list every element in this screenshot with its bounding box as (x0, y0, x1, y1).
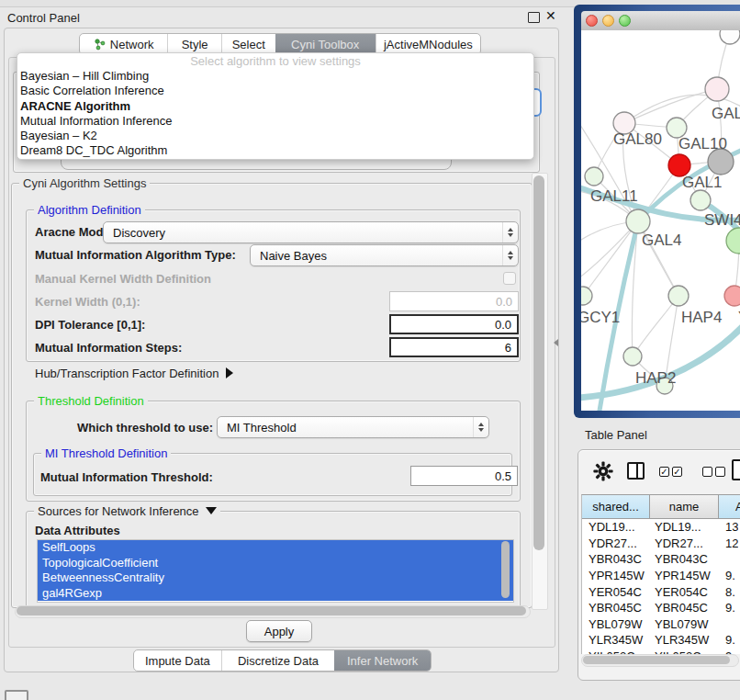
collapse-down-icon (206, 507, 217, 514)
tab-style[interactable]: Style (167, 34, 221, 54)
table-row[interactable]: YBR043CYBR043C (582, 551, 740, 568)
cell: 13 (725, 520, 738, 534)
tab-network[interactable]: Network (80, 34, 167, 54)
hub-definition-label: Hub/Transcription Factor Definition (35, 367, 219, 380)
dpi-tolerance-input[interactable]: 0.0 (389, 314, 519, 334)
mi-steps-label: Mutual Information Steps: (35, 342, 182, 355)
mi-type-combo[interactable]: Naive Bayes (250, 244, 519, 266)
table-row[interactable]: YER054CYER054C8. (582, 583, 740, 600)
table-row[interactable]: YLR345WYLR345W9. (582, 632, 740, 649)
cell: YPR145W (655, 569, 725, 582)
stepper-icon (502, 222, 518, 243)
table-row[interactable]: YPR145WYPR145W9. (582, 568, 740, 584)
node-labels: GAL GAL80 GAL10 GAL1 GAL11 SWI4 GAL4 GCY… (581, 105, 740, 387)
minimize-window-icon[interactable] (602, 15, 614, 27)
mi-type-label: Mutual Information Algorithm Type: (35, 249, 236, 262)
algorithm-option-selected[interactable]: ARACNE Algorithm (17, 99, 533, 114)
splitter-handle-icon[interactable] (554, 339, 558, 346)
attribute-item[interactable]: TopologicalCoefficient (38, 556, 513, 571)
table-row[interactable]: YBR045CYBR045C9. (582, 600, 740, 616)
column-header-name[interactable]: name (650, 495, 719, 519)
table-row[interactable]: YDL19...YDL19...13 (582, 519, 740, 536)
attribute-item[interactable]: BetweennessCentrality (38, 570, 513, 586)
tab-label: Impute Data (145, 654, 210, 668)
tab-infer-network[interactable]: Infer Network (334, 650, 431, 671)
tab-label: Select (232, 38, 265, 51)
manual-kernel-label: Manual Kernel Width Definition (35, 273, 211, 286)
node-label: GAL1 (682, 174, 722, 191)
node-label: HAP4 (681, 309, 722, 326)
select-all-icon[interactable]: ✓✓ (659, 467, 682, 477)
tab-discretize-data[interactable]: Discretize Data (221, 650, 335, 671)
table-row[interactable]: YDR27...YDR27...12 (582, 536, 740, 552)
cell: YDL19... (655, 520, 725, 534)
attributes-scrollbar[interactable] (501, 541, 510, 598)
algorithm-option[interactable]: Bayesian – Hill Climbing (17, 69, 533, 84)
node-label: GAL10 (678, 135, 727, 152)
table-panel-title: Table Panel (585, 429, 647, 442)
column-header-partial[interactable]: A (719, 495, 740, 519)
cell: YDR27... (582, 536, 655, 550)
sources-title: Sources for Network Inference (38, 504, 199, 518)
cell: YBR045C (582, 601, 655, 615)
mi-steps-input[interactable]: 6 (389, 337, 519, 357)
algorithm-option[interactable]: Mutual Information Inference (17, 114, 533, 129)
node-label: SWI4 (704, 211, 740, 229)
tab-jactivemnodules[interactable]: jActiveMNodules (376, 34, 480, 54)
manual-kernel-checkbox[interactable] (503, 272, 516, 285)
stepper-icon (473, 417, 488, 437)
table-toolbar: ✓✓ (581, 455, 740, 491)
combo-value: MI Threshold (218, 421, 473, 435)
cell: YLR345W (655, 633, 725, 647)
settings-vscroll-thumb[interactable] (533, 175, 544, 550)
attribute-item[interactable]: SelfLoops (38, 540, 513, 556)
tab-select[interactable]: Select (221, 34, 275, 54)
docked-panel-icon[interactable] (5, 690, 28, 700)
deselect-all-icon[interactable] (702, 467, 725, 477)
cell: YPR145W (582, 569, 655, 582)
network-window-titlebar[interactable] (581, 11, 740, 31)
cell: 8. (725, 585, 735, 599)
aracne-mode-combo[interactable]: Discovery (103, 221, 519, 243)
tab-cyni-toolbox[interactable]: Cyni Toolbox (275, 34, 376, 54)
settings-hscroll-thumb[interactable] (17, 606, 526, 615)
zoom-window-icon[interactable] (619, 15, 631, 27)
network-graph: GAL GAL80 GAL10 GAL1 GAL11 SWI4 GAL4 GCY… (581, 30, 740, 411)
apply-button[interactable]: Apply (246, 620, 312, 642)
algorithm-option[interactable]: Basic Correlation Inference (17, 84, 533, 98)
cell: 9. (725, 633, 735, 647)
column-header-shared-name[interactable]: shared... (582, 495, 650, 519)
tab-label: jActiveMNodules (384, 38, 473, 51)
group-title: Algorithm Definition (34, 204, 145, 216)
node-label: GAL80 (613, 130, 662, 148)
control-panel-title: Control Panel (7, 12, 80, 25)
hub-definition-toggle[interactable]: Hub/Transcription Factor Definition (35, 367, 233, 380)
mi-threshold-input[interactable]: 0.5 (410, 466, 518, 486)
kernel-width-input[interactable]: 0.0 (389, 291, 519, 311)
algorithm-option[interactable]: Bayesian – K2 (17, 129, 533, 143)
network-view-window: GAL GAL80 GAL10 GAL1 GAL11 SWI4 GAL4 GCY… (574, 5, 740, 418)
screen: Control Panel ✕ Network Style Select Cyn… (0, 0, 740, 700)
table-row[interactable]: YBL079WYBL079W (582, 616, 740, 633)
cell: 12 (725, 536, 738, 550)
tab-label: Network (110, 38, 154, 51)
close-window-icon[interactable] (586, 15, 598, 27)
new-table-icon[interactable] (732, 459, 740, 480)
cell: YBL079W (582, 617, 655, 631)
cyni-bottom-tabbar: Impute Data Discretize Data Infer Networ… (133, 649, 432, 672)
cell: YDR27... (655, 536, 725, 550)
sources-toggle[interactable]: Sources for Network Inference (34, 505, 220, 517)
network-canvas[interactable]: GAL GAL80 GAL10 GAL1 GAL11 SWI4 GAL4 GCY… (581, 30, 740, 411)
float-panel-icon[interactable] (528, 12, 540, 23)
data-attributes-list[interactable]: SelfLoops TopologicalCoefficient Between… (37, 539, 514, 603)
close-panel-icon[interactable]: ✕ (545, 8, 556, 23)
node-label: GCY1 (581, 309, 620, 326)
gear-icon[interactable] (593, 461, 613, 481)
table-hscroll-thumb[interactable] (583, 656, 730, 664)
cell: YBR043C (655, 552, 725, 566)
which-threshold-combo[interactable]: MI Threshold (217, 416, 489, 438)
attribute-item[interactable]: gal4RGexp (38, 586, 513, 602)
algorithm-option[interactable]: Dream8 DC_TDC Algorithm (17, 143, 533, 158)
tab-impute-data[interactable]: Impute Data (134, 650, 221, 671)
split-panel-icon[interactable] (627, 462, 645, 480)
